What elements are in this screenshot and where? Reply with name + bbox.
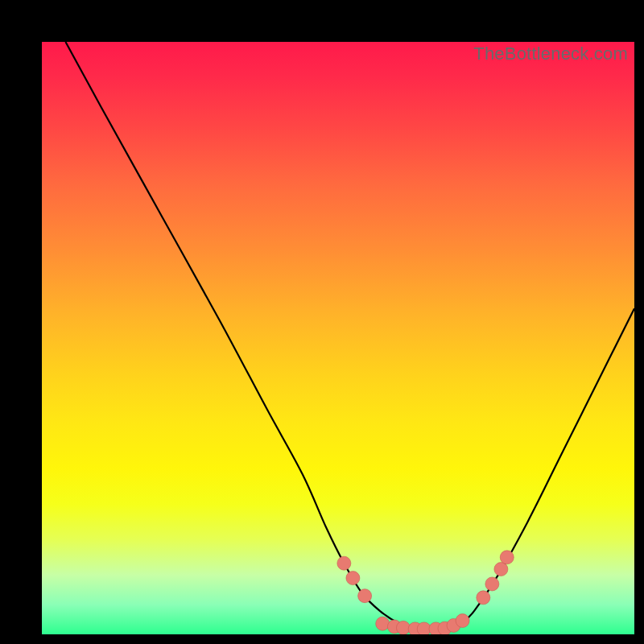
- data-markers: [337, 551, 514, 634]
- data-marker: [346, 572, 360, 585]
- data-marker: [396, 621, 410, 634]
- data-marker: [337, 556, 351, 570]
- data-marker: [494, 563, 508, 576]
- data-marker: [417, 622, 431, 634]
- chart-frame: TheBottleneck.com: [16, 16, 628, 628]
- data-marker: [376, 617, 390, 630]
- plot-area: TheBottleneck.com: [42, 42, 634, 634]
- data-marker: [477, 591, 490, 605]
- data-marker: [485, 577, 499, 591]
- data-marker: [500, 551, 514, 564]
- bottleneck-curve: [65, 42, 634, 629]
- attribution-label: TheBottleneck.com: [473, 43, 628, 64]
- data-marker: [456, 614, 469, 628]
- data-marker: [358, 589, 372, 603]
- curve-layer: [42, 42, 634, 634]
